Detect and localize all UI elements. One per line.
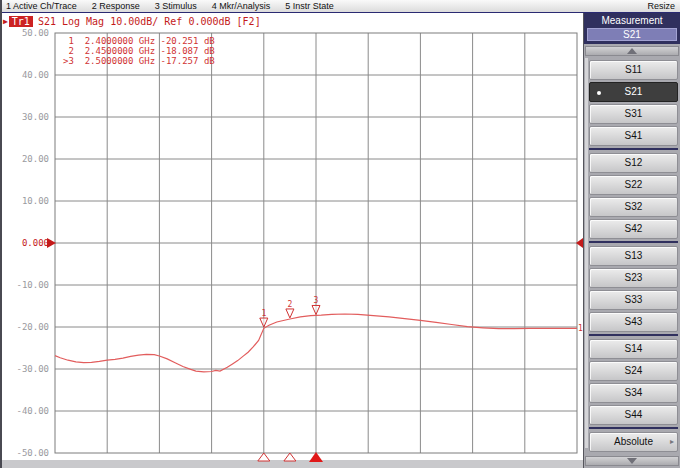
softkey-s21[interactable]: S21 xyxy=(589,82,678,102)
menu-item-5-instr-state[interactable]: 5 Instr State xyxy=(285,1,334,11)
softkey-s23[interactable]: S23 xyxy=(589,268,678,288)
y-axis-label: -40.00 xyxy=(16,406,49,416)
softkey-scroll-up-button[interactable] xyxy=(585,46,679,56)
menu-item-1-active-ch-trace[interactable]: 1 Active Ch/Trace xyxy=(6,1,77,11)
softkey-s32[interactable]: S32 xyxy=(589,197,678,217)
trace-format-text: S21 Log Mag 10.00dB/ Ref 0.000dB [F2] xyxy=(38,16,261,27)
softkey-s42[interactable]: S42 xyxy=(589,219,678,239)
marker-readout: 1 2.4000000 GHz -20.251 dB 2 2.4500000 G… xyxy=(63,36,215,66)
y-axis-label: -20.00 xyxy=(16,322,49,332)
selected-bullet-icon xyxy=(597,91,601,95)
softkey-s22[interactable]: S22 xyxy=(589,175,678,195)
trace-status-line: ▶ Tr1 S21 Log Mag 10.00dB/ Ref 0.000dB [… xyxy=(3,15,261,27)
marker-2-stimulus-indicator[interactable] xyxy=(284,453,296,461)
active-trace-arrow-icon: ▶ xyxy=(3,17,8,26)
menu-item-3-stimulus[interactable]: 3 Stimulus xyxy=(155,1,197,11)
softkey-s44[interactable]: S44 xyxy=(589,405,678,425)
submenu-arrow-icon: ▸ xyxy=(670,438,674,446)
trace-badge[interactable]: Tr1 xyxy=(9,16,33,27)
softkey-scroll-down-button[interactable] xyxy=(585,456,679,466)
y-axis-label: -10.00 xyxy=(16,280,49,290)
marker-1-stimulus-indicator[interactable] xyxy=(258,453,270,461)
marker-2-label: 2 xyxy=(287,300,292,309)
marker-1-label: 1 xyxy=(261,309,266,318)
softkey-s11[interactable]: S11 xyxy=(589,60,678,80)
softkey-menu-header: Measurement S21 xyxy=(584,13,680,44)
window-edge xyxy=(0,0,2,468)
marker-3-glyph[interactable] xyxy=(312,305,320,314)
y-axis-label: 40.00 xyxy=(22,70,49,80)
marker-2-glyph[interactable] xyxy=(286,309,294,318)
softkey-s12[interactable]: S12 xyxy=(589,153,678,173)
s21-chart: 50.0040.0030.0020.0010.000.000-10.00-20.… xyxy=(0,0,583,468)
y-axis-label: 50.00 xyxy=(22,28,49,38)
softkey-absolute[interactable]: Absolute▸ xyxy=(589,432,678,452)
resize-button[interactable]: Resize xyxy=(647,1,675,11)
softkey-s31[interactable]: S31 xyxy=(589,104,678,124)
y-axis-label: -30.00 xyxy=(16,364,49,374)
softkey-s33[interactable]: S33 xyxy=(589,290,678,310)
y-axis-label: -50.00 xyxy=(16,448,49,458)
softkey-group-divider xyxy=(589,241,678,243)
softkey-group-divider xyxy=(589,334,678,336)
softkey-s43[interactable]: S43 xyxy=(589,312,678,332)
softkey-group-divider xyxy=(589,148,678,150)
y-axis-label: 10.00 xyxy=(22,196,49,206)
menu-bar: 1 Active Ch/Trace2 Response3 Stimulus4 M… xyxy=(0,0,680,13)
softkey-group-divider xyxy=(589,427,678,429)
softkey-s41[interactable]: S41 xyxy=(589,126,678,146)
marker-readout-line-2: 2 2.4500000 GHz -18.087 dB xyxy=(63,46,215,56)
arrow-down-icon xyxy=(627,458,637,464)
y-axis-label: 20.00 xyxy=(22,154,49,164)
y-axis-label: 30.00 xyxy=(22,112,49,122)
softkey-s34[interactable]: S34 xyxy=(589,383,678,403)
marker-3-label: 3 xyxy=(314,296,319,305)
marker-readout-line-1: 1 2.4000000 GHz -20.251 dB xyxy=(63,36,215,46)
softkey-s14[interactable]: S14 xyxy=(589,339,678,359)
y-axis-label: 0.000 xyxy=(22,238,49,248)
menu-item-2-response[interactable]: 2 Response xyxy=(92,1,140,11)
menu-item-4-mkr-analysis[interactable]: 4 Mkr/Analysis xyxy=(212,1,271,11)
softkey-s24[interactable]: S24 xyxy=(589,361,678,381)
softkey-s13[interactable]: S13 xyxy=(589,246,678,266)
marker-1-glyph[interactable] xyxy=(260,318,268,327)
softkey-menu-title: Measurement xyxy=(587,15,677,27)
marker-readout-line-3: >3 2.5000000 GHz -17.257 dB xyxy=(63,56,215,66)
arrow-up-icon xyxy=(627,48,637,54)
softkey-sidebar: Measurement S21 S11S21S31S41S12S22S32S42… xyxy=(583,13,680,468)
softkey-selected-value: S21 xyxy=(587,28,677,41)
